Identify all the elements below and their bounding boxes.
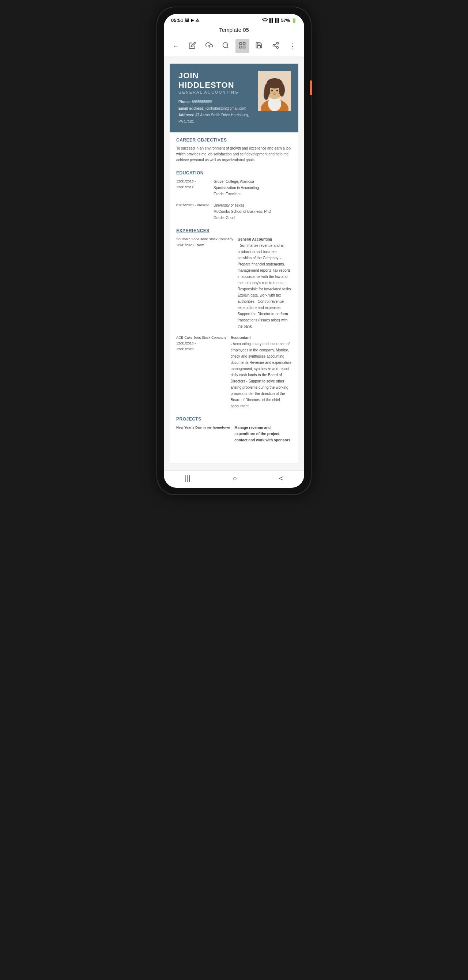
exp-role-2: Accountant bbox=[231, 336, 251, 340]
nav-lines-icon: ||| bbox=[185, 474, 191, 482]
edu-grade-1: Grade: Excellent bbox=[213, 192, 240, 196]
photo-icon: 🖼 bbox=[185, 18, 189, 23]
resume-name: JOIN HIDDLESTON bbox=[178, 71, 252, 90]
svg-line-10 bbox=[275, 46, 277, 47]
toolbar: ← bbox=[164, 36, 304, 56]
battery-icon: 🔋 bbox=[291, 18, 297, 23]
resume-header: JOIN HIDDLESTON GENERAL ACCOUNTING Phone… bbox=[170, 64, 298, 132]
nav-back-button[interactable]: < bbox=[279, 474, 283, 483]
exp-date-2: ACB Cake Joint Stock Company12/31/2018 -… bbox=[176, 334, 226, 409]
svg-point-7 bbox=[276, 42, 278, 44]
edu-detail-1: Grover College, Alamosa Specialization i… bbox=[213, 178, 292, 197]
exp-detail-1: General Accounting - Summarize revenue a… bbox=[238, 236, 292, 329]
edit-icon bbox=[189, 42, 196, 51]
education-item-2: 01/15/2023 - Present University of Texas… bbox=[176, 202, 292, 221]
section-education: EDUCATION 12/31/2013 -12/31/2017 Grover … bbox=[176, 170, 292, 221]
edu-spec-2: McCombs School of Business, PhD bbox=[213, 210, 271, 213]
nav-back-icon: < bbox=[279, 474, 283, 482]
experiences-title: EXPERIENCES bbox=[176, 228, 292, 233]
svg-point-9 bbox=[276, 46, 278, 48]
proj-desc-1: Manage revenue and expenditure of the pr… bbox=[234, 426, 291, 442]
resume-photo bbox=[258, 71, 291, 111]
edu-school-1: Grover College, Alamosa bbox=[213, 180, 254, 184]
objectives-title: CAREER OBJECTIVES bbox=[176, 137, 292, 143]
resume-contact: Phone: 8955555555 Email address: joinhid… bbox=[178, 99, 252, 125]
title-bar: Template 05 bbox=[164, 25, 304, 36]
play-icon: ▶ bbox=[191, 18, 194, 23]
content-area: JOIN HIDDLESTON GENERAL ACCOUNTING Phone… bbox=[164, 56, 304, 470]
back-icon: ← bbox=[173, 42, 179, 50]
phone-label: Phone: bbox=[178, 100, 191, 104]
edu-date-1: 12/31/2013 -12/31/2017 bbox=[176, 178, 209, 197]
svg-rect-6 bbox=[239, 46, 242, 48]
upload-button[interactable] bbox=[202, 39, 216, 53]
exp-role-1: General Accounting bbox=[238, 237, 272, 241]
projects-title: PROJECTS bbox=[176, 417, 292, 422]
status-bar: 05:51 🖼 ▶ ⚠ ▌▌ ▌▌ 57% 🔋 bbox=[164, 14, 304, 25]
svg-point-1 bbox=[223, 42, 228, 47]
signal-icon: ▌▌ bbox=[269, 18, 274, 22]
svg-rect-4 bbox=[243, 42, 245, 45]
svg-line-2 bbox=[227, 46, 229, 48]
exp-desc-1: - Summarize revenue and all production a… bbox=[238, 243, 291, 328]
search-icon bbox=[222, 42, 229, 51]
proj-detail-1: Manage revenue and expenditure of the pr… bbox=[234, 425, 292, 443]
edu-school-2: University of Texas bbox=[213, 203, 244, 207]
svg-point-22 bbox=[271, 89, 273, 91]
svg-point-8 bbox=[273, 44, 275, 46]
search-button[interactable] bbox=[219, 39, 232, 53]
svg-rect-5 bbox=[243, 46, 245, 48]
proj-item-1: New Year's Day in my hometown Manage rev… bbox=[176, 425, 292, 443]
upload-icon bbox=[205, 42, 213, 51]
exp-item-1: Southern Shoe Joint Stock Company12/31/2… bbox=[176, 236, 292, 329]
resume-job-title: GENERAL ACCOUNTING bbox=[178, 90, 252, 94]
battery-display: 57% bbox=[281, 18, 290, 23]
email-value: joinhidleston@gmail.com bbox=[205, 107, 246, 110]
nav-home-button[interactable]: ○ bbox=[232, 474, 237, 483]
template-icon bbox=[239, 42, 246, 51]
edit-button[interactable] bbox=[185, 39, 199, 53]
signal2-icon: ▌▌ bbox=[275, 18, 280, 22]
section-objectives: CAREER OBJECTIVES To succeed in an envir… bbox=[176, 137, 292, 163]
edu-detail-2: University of Texas McCombs School of Bu… bbox=[213, 202, 292, 221]
objectives-text: To succeed in an environment of growth a… bbox=[176, 146, 292, 163]
address-label: Address: bbox=[178, 113, 194, 117]
save-icon bbox=[255, 42, 263, 51]
more-button[interactable]: ⋮ bbox=[285, 39, 299, 53]
wifi-icon bbox=[262, 18, 268, 23]
svg-point-19 bbox=[264, 89, 269, 100]
nav-circle-icon: ○ bbox=[232, 474, 237, 482]
education-item-1: 12/31/2013 -12/31/2017 Grover College, A… bbox=[176, 178, 292, 197]
time-display: 05:51 bbox=[171, 18, 183, 23]
svg-line-11 bbox=[275, 43, 277, 45]
education-title: EDUCATION bbox=[176, 170, 292, 175]
phone-value: 8955555555 bbox=[192, 100, 212, 104]
exp-date-1: Southern Shoe Joint Stock Company12/31/2… bbox=[176, 236, 233, 329]
alert-icon: ⚠ bbox=[196, 18, 199, 23]
edu-grade-2: Grade: Good bbox=[213, 216, 235, 220]
share-button[interactable] bbox=[269, 39, 283, 53]
bottom-nav: ||| ○ < bbox=[164, 470, 304, 488]
svg-rect-3 bbox=[239, 42, 242, 45]
proj-name-label-1: New Year's Day in my hometown bbox=[176, 425, 230, 429]
nav-menu-button[interactable]: ||| bbox=[185, 474, 191, 483]
page-title: Template 05 bbox=[219, 27, 249, 33]
back-button[interactable]: ← bbox=[169, 39, 183, 53]
resume-page: JOIN HIDDLESTON GENERAL ACCOUNTING Phone… bbox=[170, 64, 298, 463]
more-icon: ⋮ bbox=[289, 42, 295, 51]
save-button[interactable] bbox=[252, 39, 266, 53]
section-projects: PROJECTS New Year's Day in my hometown M… bbox=[176, 417, 292, 443]
template-button[interactable] bbox=[236, 39, 249, 53]
email-label: Email address: bbox=[178, 107, 204, 110]
exp-detail-2: Accountant - Accounting salary and insur… bbox=[231, 334, 292, 409]
exp-desc-2: - Accounting salary and insurance of emp… bbox=[231, 342, 291, 408]
header-info: JOIN HIDDLESTON GENERAL ACCOUNTING Phone… bbox=[178, 71, 252, 125]
avatar-image bbox=[258, 71, 291, 111]
share-icon bbox=[272, 42, 279, 51]
svg-point-23 bbox=[276, 89, 278, 91]
edu-spec-1: Specialization in Accounting bbox=[213, 186, 259, 190]
section-experiences: EXPERIENCES Southern Shoe Joint Stock Co… bbox=[176, 228, 292, 409]
edu-date-2: 01/15/2023 - Present bbox=[176, 202, 209, 221]
exp-item-2: ACB Cake Joint Stock Company12/31/2018 -… bbox=[176, 334, 292, 409]
svg-point-24 bbox=[274, 92, 275, 93]
